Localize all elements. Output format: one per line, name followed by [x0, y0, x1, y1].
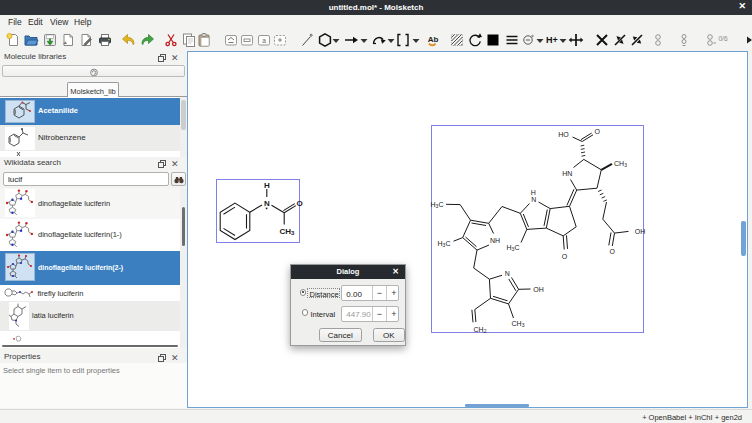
svg-text:O: O: [296, 199, 302, 208]
svg-text:CH3: CH3: [512, 320, 525, 328]
svg-text:H3C: H3C: [507, 244, 520, 252]
svg-text:CH3: CH3: [614, 160, 627, 168]
svg-text:N: N: [505, 270, 510, 277]
svg-text:HN: HN: [562, 170, 572, 177]
svg-text:H: H: [264, 181, 270, 190]
svg-text:N: N: [264, 199, 270, 208]
svg-text:O: O: [610, 248, 616, 255]
svg-text:H3C: H3C: [431, 201, 444, 209]
svg-text:OH: OH: [533, 286, 544, 293]
svg-text:a: a: [262, 36, 266, 43]
svg-text:OH: OH: [635, 228, 646, 235]
svg-text:CH2: CH2: [474, 326, 487, 334]
svg-text:H3C: H3C: [438, 240, 451, 248]
svg-text:HO: HO: [558, 131, 569, 138]
svg-text:N: N: [531, 196, 536, 203]
svg-text:O: O: [595, 128, 601, 135]
svg-text:H: H: [531, 189, 536, 196]
svg-text:Ab: Ab: [427, 34, 438, 43]
svg-text:0/6: 0/6: [718, 35, 727, 42]
svg-text:O: O: [562, 253, 568, 260]
svg-text:NH: NH: [490, 237, 500, 244]
svg-text:CH3: CH3: [280, 227, 296, 237]
